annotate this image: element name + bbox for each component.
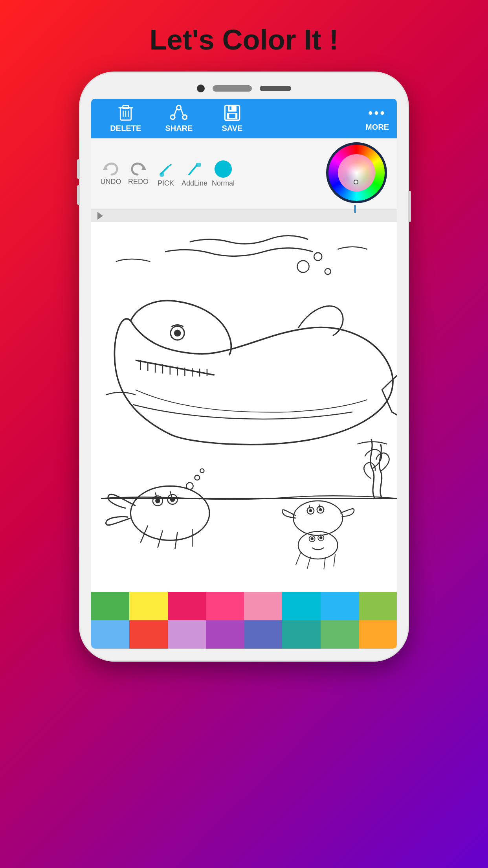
color-yellow[interactable] [129,592,167,620]
svg-point-65 [319,536,323,539]
main-toolbar: DELETE SHARE [91,99,397,138]
normal-label: Normal [212,179,235,188]
svg-rect-12 [228,105,237,111]
redo-icon [130,162,147,176]
svg-line-68 [324,557,325,569]
color-orange[interactable] [359,620,397,649]
svg-line-21 [166,167,168,169]
svg-point-25 [314,253,322,261]
color-indicator-line [354,205,356,213]
svg-rect-15 [229,107,231,110]
addline-label: AddLine [182,179,207,188]
color-indigo[interactable] [244,620,282,649]
more-label: MORE [365,123,389,132]
volume-buttons [77,159,80,205]
color-hot-pink[interactable] [206,592,244,620]
pick-label: PICK [158,179,174,188]
phone-screen: DELETE SHARE [91,99,397,649]
svg-point-38 [174,330,181,337]
redo-tool[interactable]: REDO [127,162,150,186]
volume-down-button[interactable] [77,185,80,205]
redo-label: REDO [128,178,149,186]
svg-point-51 [186,483,193,490]
svg-line-9 [174,109,177,116]
color-red[interactable] [129,620,167,649]
svg-line-69 [334,554,335,566]
svg-point-20 [160,172,164,177]
color-light-green[interactable] [359,592,397,620]
addline-icon [186,160,203,178]
color-sky-blue[interactable] [91,620,129,649]
color-teal[interactable] [282,620,320,649]
delete-icon [117,104,134,121]
app-background: Let's Color It ! [0,0,488,662]
addline-tool[interactable]: AddLine [182,160,207,188]
color-lavender[interactable] [168,620,206,649]
delete-label: DELETE [110,124,141,133]
power-button-wrapper [408,191,411,222]
color-cyan[interactable] [282,592,320,620]
svg-line-22 [189,165,197,175]
svg-point-52 [195,475,200,480]
svg-rect-23 [196,163,201,167]
undo-label: UNDO [101,178,121,186]
front-camera [197,85,205,92]
color-palette [91,592,397,649]
speaker [213,85,252,92]
undo-tool[interactable]: UNDO [99,162,123,186]
normal-color-circle [215,160,232,178]
tools-row: UNDO REDO PICK [91,138,397,210]
color-wheel-inner [338,154,375,191]
svg-point-54 [293,501,342,535]
delete-button[interactable]: DELETE [99,104,152,133]
color-light-blue[interactable] [321,592,359,620]
color-picker-dot [354,180,358,184]
app-title: Let's Color It ! [149,24,338,56]
save-icon [224,104,241,121]
color-medium-green[interactable] [321,620,359,649]
save-button[interactable]: SAVE [205,104,259,133]
svg-line-19 [168,164,171,167]
svg-point-26 [325,268,331,274]
phone-top-bar [91,85,397,92]
svg-line-47 [140,526,148,543]
whale-drawing-svg [91,222,397,592]
power-button[interactable] [408,191,411,222]
normal-tool[interactable]: Normal [211,160,235,188]
share-button[interactable]: SHARE [152,104,206,133]
color-light-pink[interactable] [244,592,282,620]
more-button[interactable]: ••• MORE [365,106,389,132]
brush-size-row [91,210,397,222]
sensor [260,86,291,91]
color-pink[interactable] [168,592,206,620]
volume-up-button[interactable] [77,159,80,179]
pick-tool[interactable]: PICK [154,160,178,188]
undo-icon [102,162,119,176]
svg-point-40 [130,486,209,540]
svg-line-66 [296,553,301,565]
svg-point-24 [297,261,309,272]
drawing-canvas[interactable] [91,222,397,592]
color-green[interactable] [91,592,129,620]
svg-point-6 [177,105,181,110]
svg-line-10 [181,109,184,116]
share-label: SHARE [165,124,193,133]
svg-rect-14 [229,114,235,118]
save-label: SAVE [222,124,242,133]
svg-point-53 [200,469,204,473]
color-wheel[interactable] [326,142,389,205]
share-icon [170,104,187,121]
brush-size-toggle[interactable] [97,212,103,220]
phone-frame: DELETE SHARE [79,72,409,662]
color-purple[interactable] [206,620,244,649]
pick-icon [157,160,174,178]
more-icon: ••• [368,106,386,120]
svg-line-67 [307,557,311,569]
svg-point-63 [310,537,314,541]
